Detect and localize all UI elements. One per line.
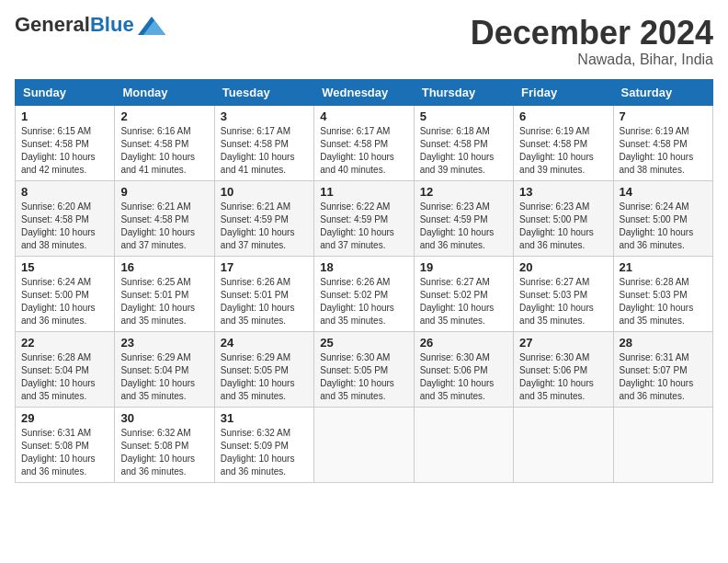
- calendar-cell: 12Sunrise: 6:23 AM Sunset: 4:59 PM Dayli…: [414, 180, 513, 256]
- calendar-cell: [514, 407, 613, 482]
- col-header-tuesday: Tuesday: [214, 79, 313, 105]
- day-info: Sunrise: 6:15 AM Sunset: 4:58 PM Dayligh…: [21, 125, 108, 177]
- calendar-cell: 1Sunrise: 6:15 AM Sunset: 4:58 PM Daylig…: [16, 105, 115, 180]
- day-number: 1: [21, 109, 108, 123]
- col-header-thursday: Thursday: [414, 79, 513, 105]
- calendar-cell: 19Sunrise: 6:27 AM Sunset: 5:02 PM Dayli…: [414, 256, 513, 331]
- day-info: Sunrise: 6:26 AM Sunset: 5:02 PM Dayligh…: [320, 276, 407, 327]
- day-number: 5: [420, 109, 507, 123]
- calendar-cell: 17Sunrise: 6:26 AM Sunset: 5:01 PM Dayli…: [214, 256, 313, 331]
- day-number: 28: [620, 336, 707, 350]
- month-title: December 2024: [471, 15, 713, 52]
- day-info: Sunrise: 6:30 AM Sunset: 5:05 PM Dayligh…: [320, 351, 407, 403]
- day-info: Sunrise: 6:32 AM Sunset: 5:08 PM Dayligh…: [120, 427, 208, 478]
- calendar-cell: 11Sunrise: 6:22 AM Sunset: 4:59 PM Dayli…: [314, 180, 414, 256]
- calendar-cell: 14Sunrise: 6:24 AM Sunset: 5:00 PM Dayli…: [613, 180, 712, 256]
- day-number: 23: [120, 336, 208, 350]
- calendar-cell: 15Sunrise: 6:24 AM Sunset: 5:00 PM Dayli…: [16, 256, 115, 331]
- col-header-friday: Friday: [514, 79, 613, 105]
- calendar-cell: 3Sunrise: 6:17 AM Sunset: 4:58 PM Daylig…: [214, 105, 313, 180]
- day-info: Sunrise: 6:20 AM Sunset: 4:58 PM Dayligh…: [21, 201, 108, 252]
- day-info: Sunrise: 6:28 AM Sunset: 5:03 PM Dayligh…: [620, 276, 707, 327]
- calendar-cell: 24Sunrise: 6:29 AM Sunset: 5:05 PM Dayli…: [214, 331, 313, 407]
- calendar-table: SundayMondayTuesdayWednesdayThursdayFrid…: [15, 79, 713, 483]
- day-number: 10: [221, 185, 308, 199]
- day-info: Sunrise: 6:31 AM Sunset: 5:08 PM Dayligh…: [21, 427, 108, 478]
- day-info: Sunrise: 6:21 AM Sunset: 4:58 PM Dayligh…: [120, 201, 208, 252]
- day-number: 12: [420, 185, 507, 199]
- day-number: 18: [320, 260, 407, 274]
- day-number: 16: [120, 260, 208, 274]
- day-info: Sunrise: 6:30 AM Sunset: 5:06 PM Dayligh…: [519, 351, 607, 403]
- day-info: Sunrise: 6:24 AM Sunset: 5:00 PM Dayligh…: [21, 276, 108, 327]
- col-header-monday: Monday: [115, 79, 214, 105]
- day-number: 14: [620, 185, 707, 199]
- calendar-cell: 2Sunrise: 6:16 AM Sunset: 4:58 PM Daylig…: [115, 105, 214, 180]
- calendar-week-row: 8Sunrise: 6:20 AM Sunset: 4:58 PM Daylig…: [16, 180, 713, 256]
- day-info: Sunrise: 6:32 AM Sunset: 5:09 PM Dayligh…: [221, 427, 308, 478]
- day-info: Sunrise: 6:26 AM Sunset: 5:01 PM Dayligh…: [221, 276, 308, 327]
- day-number: 27: [519, 336, 607, 350]
- calendar-cell: 13Sunrise: 6:23 AM Sunset: 5:00 PM Dayli…: [514, 180, 613, 256]
- calendar-cell: [314, 407, 414, 482]
- day-info: Sunrise: 6:21 AM Sunset: 4:59 PM Dayligh…: [221, 201, 308, 252]
- calendar-cell: [414, 407, 513, 482]
- logo-blue: Blue: [90, 13, 134, 36]
- day-number: 3: [221, 109, 308, 123]
- col-header-saturday: Saturday: [613, 79, 712, 105]
- day-info: Sunrise: 6:23 AM Sunset: 4:59 PM Dayligh…: [420, 201, 507, 252]
- day-info: Sunrise: 6:18 AM Sunset: 4:58 PM Dayligh…: [420, 125, 507, 177]
- day-info: Sunrise: 6:19 AM Sunset: 4:58 PM Dayligh…: [519, 125, 607, 177]
- calendar-cell: 22Sunrise: 6:28 AM Sunset: 5:04 PM Dayli…: [16, 331, 115, 407]
- day-number: 11: [320, 185, 407, 199]
- calendar-cell: 21Sunrise: 6:28 AM Sunset: 5:03 PM Dayli…: [613, 256, 712, 331]
- day-number: 13: [519, 185, 607, 199]
- day-number: 6: [519, 109, 607, 123]
- calendar-cell: 4Sunrise: 6:17 AM Sunset: 4:58 PM Daylig…: [314, 105, 414, 180]
- calendar-cell: [613, 407, 712, 482]
- calendar-cell: 31Sunrise: 6:32 AM Sunset: 5:09 PM Dayli…: [214, 407, 313, 482]
- calendar-cell: 28Sunrise: 6:31 AM Sunset: 5:07 PM Dayli…: [613, 331, 712, 407]
- day-number: 2: [120, 109, 208, 123]
- calendar-cell: 20Sunrise: 6:27 AM Sunset: 5:03 PM Dayli…: [514, 256, 613, 331]
- logo-icon: [138, 17, 165, 35]
- day-number: 17: [221, 260, 308, 274]
- calendar-cell: 26Sunrise: 6:30 AM Sunset: 5:06 PM Dayli…: [414, 331, 513, 407]
- day-info: Sunrise: 6:17 AM Sunset: 4:58 PM Dayligh…: [221, 125, 308, 177]
- title-section: December 2024 Nawada, Bihar, India: [471, 15, 713, 68]
- day-number: 30: [120, 411, 208, 425]
- day-info: Sunrise: 6:24 AM Sunset: 5:00 PM Dayligh…: [620, 201, 707, 252]
- day-info: Sunrise: 6:16 AM Sunset: 4:58 PM Dayligh…: [120, 125, 208, 177]
- calendar-cell: 25Sunrise: 6:30 AM Sunset: 5:05 PM Dayli…: [314, 331, 414, 407]
- calendar-header-row: SundayMondayTuesdayWednesdayThursdayFrid…: [16, 79, 713, 105]
- location-subtitle: Nawada, Bihar, India: [471, 52, 713, 68]
- day-info: Sunrise: 6:22 AM Sunset: 4:59 PM Dayligh…: [320, 201, 407, 252]
- day-number: 8: [21, 185, 108, 199]
- calendar-cell: 7Sunrise: 6:19 AM Sunset: 4:58 PM Daylig…: [613, 105, 712, 180]
- calendar-week-row: 1Sunrise: 6:15 AM Sunset: 4:58 PM Daylig…: [16, 105, 713, 180]
- day-info: Sunrise: 6:27 AM Sunset: 5:02 PM Dayligh…: [420, 276, 507, 327]
- day-number: 9: [120, 185, 208, 199]
- logo-general: General: [15, 13, 90, 36]
- day-info: Sunrise: 6:25 AM Sunset: 5:01 PM Dayligh…: [120, 276, 208, 327]
- calendar-cell: 6Sunrise: 6:19 AM Sunset: 4:58 PM Daylig…: [514, 105, 613, 180]
- day-number: 25: [320, 336, 407, 350]
- day-info: Sunrise: 6:28 AM Sunset: 5:04 PM Dayligh…: [21, 351, 108, 403]
- calendar-cell: 10Sunrise: 6:21 AM Sunset: 4:59 PM Dayli…: [214, 180, 313, 256]
- calendar-cell: 16Sunrise: 6:25 AM Sunset: 5:01 PM Dayli…: [115, 256, 214, 331]
- calendar-cell: 18Sunrise: 6:26 AM Sunset: 5:02 PM Dayli…: [314, 256, 414, 331]
- day-number: 24: [221, 336, 308, 350]
- day-number: 26: [420, 336, 507, 350]
- day-info: Sunrise: 6:31 AM Sunset: 5:07 PM Dayligh…: [620, 351, 707, 403]
- calendar-week-row: 15Sunrise: 6:24 AM Sunset: 5:00 PM Dayli…: [16, 256, 713, 331]
- day-info: Sunrise: 6:23 AM Sunset: 5:00 PM Dayligh…: [519, 201, 607, 252]
- calendar-cell: 9Sunrise: 6:21 AM Sunset: 4:58 PM Daylig…: [115, 180, 214, 256]
- day-number: 19: [420, 260, 507, 274]
- calendar-cell: 8Sunrise: 6:20 AM Sunset: 4:58 PM Daylig…: [16, 180, 115, 256]
- calendar-cell: 23Sunrise: 6:29 AM Sunset: 5:04 PM Dayli…: [115, 331, 214, 407]
- calendar-cell: 27Sunrise: 6:30 AM Sunset: 5:06 PM Dayli…: [514, 331, 613, 407]
- day-number: 29: [21, 411, 108, 425]
- logo-text: GeneralBlue: [15, 15, 134, 35]
- day-info: Sunrise: 6:27 AM Sunset: 5:03 PM Dayligh…: [519, 276, 607, 327]
- col-header-sunday: Sunday: [16, 79, 115, 105]
